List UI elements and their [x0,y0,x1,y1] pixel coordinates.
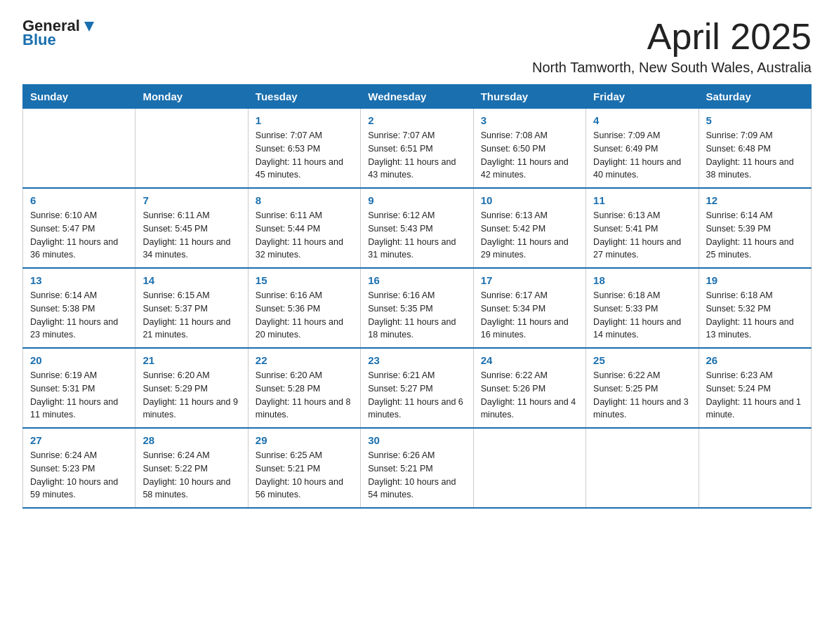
calendar-day-cell: 18Sunrise: 6:18 AMSunset: 5:33 PMDayligh… [586,268,699,348]
day-info: Sunrise: 6:23 AMSunset: 5:24 PMDaylight:… [706,369,804,422]
day-of-week-header: Monday [135,85,248,109]
calendar-day-cell: 3Sunrise: 7:08 AMSunset: 6:50 PMDaylight… [473,109,585,189]
calendar-week-row: 1Sunrise: 7:07 AMSunset: 6:53 PMDaylight… [23,109,812,189]
day-number: 8 [256,194,353,206]
day-info: Sunrise: 6:20 AMSunset: 5:28 PMDaylight:… [256,369,353,422]
day-info: Sunrise: 6:13 AMSunset: 5:41 PMDaylight:… [593,209,691,262]
day-info: Sunrise: 7:07 AMSunset: 6:53 PMDaylight:… [256,129,353,182]
day-info: Sunrise: 7:09 AMSunset: 6:49 PMDaylight:… [593,129,691,182]
day-info: Sunrise: 6:19 AMSunset: 5:31 PMDaylight:… [30,369,128,422]
day-number: 3 [481,114,578,126]
calendar-day-cell: 24Sunrise: 6:22 AMSunset: 5:26 PMDayligh… [473,348,585,428]
day-info: Sunrise: 7:09 AMSunset: 6:48 PMDaylight:… [706,129,804,182]
day-info: Sunrise: 6:14 AMSunset: 5:39 PMDaylight:… [706,209,804,262]
logo-blue-text: Blue [22,31,56,49]
day-number: 4 [593,114,691,126]
day-of-week-header: Saturday [699,85,811,109]
calendar-day-cell: 29Sunrise: 6:25 AMSunset: 5:21 PMDayligh… [248,428,360,508]
day-info: Sunrise: 6:21 AMSunset: 5:27 PMDaylight:… [368,369,465,422]
calendar-week-row: 27Sunrise: 6:24 AMSunset: 5:23 PMDayligh… [23,428,812,508]
day-info: Sunrise: 6:14 AMSunset: 5:38 PMDaylight:… [30,289,128,342]
day-info: Sunrise: 6:16 AMSunset: 5:36 PMDaylight:… [256,289,353,342]
day-info: Sunrise: 6:15 AMSunset: 5:37 PMDaylight:… [143,289,240,342]
calendar-header-row: SundayMondayTuesdayWednesdayThursdayFrid… [23,85,812,109]
day-info: Sunrise: 7:08 AMSunset: 6:50 PMDaylight:… [481,129,578,182]
day-info: Sunrise: 6:11 AMSunset: 5:44 PMDaylight:… [256,209,353,262]
calendar-week-row: 13Sunrise: 6:14 AMSunset: 5:38 PMDayligh… [23,268,812,348]
calendar-day-cell [586,428,699,508]
day-info: Sunrise: 6:22 AMSunset: 5:26 PMDaylight:… [481,369,578,422]
day-number: 21 [143,354,240,366]
day-number: 18 [593,274,691,286]
day-info: Sunrise: 6:22 AMSunset: 5:25 PMDaylight:… [593,369,691,422]
day-number: 7 [143,194,240,206]
day-of-week-header: Thursday [473,85,585,109]
day-info: Sunrise: 7:07 AMSunset: 6:51 PMDaylight:… [368,129,465,182]
location-subtitle: North Tamworth, New South Wales, Austral… [532,60,812,76]
day-info: Sunrise: 6:25 AMSunset: 5:21 PMDaylight:… [256,449,353,502]
day-of-week-header: Friday [586,85,699,109]
day-info: Sunrise: 6:12 AMSunset: 5:43 PMDaylight:… [368,209,465,262]
day-number: 5 [706,114,804,126]
day-info: Sunrise: 6:16 AMSunset: 5:35 PMDaylight:… [368,289,465,342]
day-number: 25 [593,354,691,366]
calendar-day-cell: 25Sunrise: 6:22 AMSunset: 5:25 PMDayligh… [586,348,699,428]
day-info: Sunrise: 6:26 AMSunset: 5:21 PMDaylight:… [368,449,465,502]
calendar-day-cell [473,428,585,508]
day-number: 12 [706,194,804,206]
calendar-day-cell: 28Sunrise: 6:24 AMSunset: 5:22 PMDayligh… [135,428,248,508]
day-number: 29 [256,434,353,446]
calendar-day-cell: 16Sunrise: 6:16 AMSunset: 5:35 PMDayligh… [361,268,473,348]
calendar-day-cell: 9Sunrise: 6:12 AMSunset: 5:43 PMDaylight… [361,188,473,268]
logo: General Blue [22,17,97,49]
day-of-week-header: Tuesday [248,85,360,109]
day-number: 20 [30,354,128,366]
calendar-day-cell: 5Sunrise: 7:09 AMSunset: 6:48 PMDaylight… [699,109,811,189]
calendar-day-cell: 15Sunrise: 6:16 AMSunset: 5:36 PMDayligh… [248,268,360,348]
day-of-week-header: Wednesday [361,85,473,109]
day-number: 10 [481,194,578,206]
calendar-day-cell: 11Sunrise: 6:13 AMSunset: 5:41 PMDayligh… [586,188,699,268]
day-info: Sunrise: 6:11 AMSunset: 5:45 PMDaylight:… [143,209,240,262]
calendar-day-cell: 27Sunrise: 6:24 AMSunset: 5:23 PMDayligh… [23,428,135,508]
calendar-day-cell: 12Sunrise: 6:14 AMSunset: 5:39 PMDayligh… [699,188,811,268]
day-number: 22 [256,354,353,366]
calendar-week-row: 20Sunrise: 6:19 AMSunset: 5:31 PMDayligh… [23,348,812,428]
calendar-day-cell: 22Sunrise: 6:20 AMSunset: 5:28 PMDayligh… [248,348,360,428]
calendar-table: SundayMondayTuesdayWednesdayThursdayFrid… [22,84,812,509]
calendar-day-cell [699,428,811,508]
calendar-day-cell: 19Sunrise: 6:18 AMSunset: 5:32 PMDayligh… [699,268,811,348]
header: General Blue April 2025 North Tamworth, … [22,17,812,76]
day-number: 28 [143,434,240,446]
day-info: Sunrise: 6:10 AMSunset: 5:47 PMDaylight:… [30,209,128,262]
logo-triangle-icon [81,19,97,34]
month-title: April 2025 [532,17,812,57]
calendar-day-cell: 2Sunrise: 7:07 AMSunset: 6:51 PMDaylight… [361,109,473,189]
calendar-day-cell: 10Sunrise: 6:13 AMSunset: 5:42 PMDayligh… [473,188,585,268]
day-number: 14 [143,274,240,286]
calendar-day-cell: 30Sunrise: 6:26 AMSunset: 5:21 PMDayligh… [361,428,473,508]
calendar-day-cell: 17Sunrise: 6:17 AMSunset: 5:34 PMDayligh… [473,268,585,348]
day-info: Sunrise: 6:13 AMSunset: 5:42 PMDaylight:… [481,209,578,262]
day-number: 15 [256,274,353,286]
day-number: 9 [368,194,465,206]
day-number: 26 [706,354,804,366]
svg-marker-0 [84,22,94,32]
day-number: 11 [593,194,691,206]
day-number: 30 [368,434,465,446]
day-info: Sunrise: 6:18 AMSunset: 5:33 PMDaylight:… [593,289,691,342]
day-number: 13 [30,274,128,286]
calendar-day-cell: 1Sunrise: 7:07 AMSunset: 6:53 PMDaylight… [248,109,360,189]
day-number: 1 [256,114,353,126]
calendar-day-cell: 4Sunrise: 7:09 AMSunset: 6:49 PMDaylight… [586,109,699,189]
day-number: 27 [30,434,128,446]
day-number: 19 [706,274,804,286]
day-info: Sunrise: 6:24 AMSunset: 5:23 PMDaylight:… [30,449,128,502]
day-number: 6 [30,194,128,206]
calendar-day-cell: 26Sunrise: 6:23 AMSunset: 5:24 PMDayligh… [699,348,811,428]
calendar-day-cell: 14Sunrise: 6:15 AMSunset: 5:37 PMDayligh… [135,268,248,348]
calendar-week-row: 6Sunrise: 6:10 AMSunset: 5:47 PMDaylight… [23,188,812,268]
day-number: 24 [481,354,578,366]
day-info: Sunrise: 6:20 AMSunset: 5:29 PMDaylight:… [143,369,240,422]
calendar-day-cell: 8Sunrise: 6:11 AMSunset: 5:44 PMDaylight… [248,188,360,268]
